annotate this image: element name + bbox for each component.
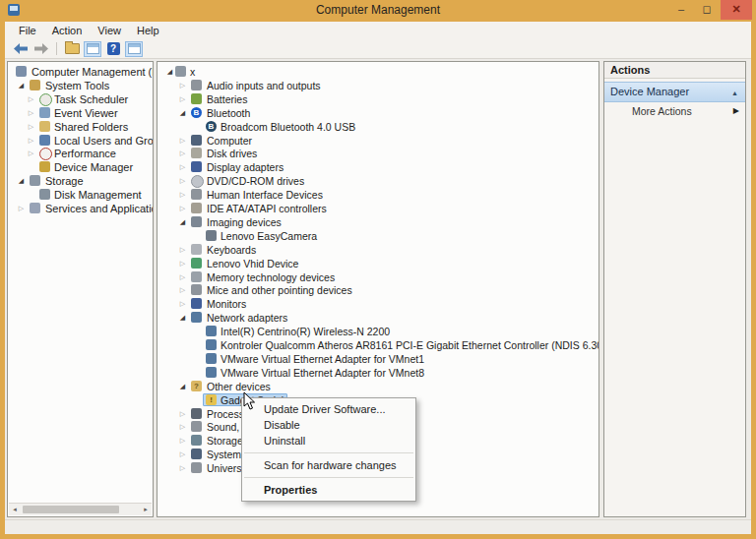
expand-arrow-icon[interactable]: ▶ xyxy=(733,102,739,120)
forward-icon[interactable] xyxy=(32,41,50,57)
device-tree-item-vmware-virtual-ethernet-adapter-for-vmne[interactable]: VMware Virtual Ethernet Adapter for VMne… xyxy=(158,352,598,366)
collapsed-arrow-icon[interactable]: ▷ xyxy=(27,148,35,159)
device-tree-item-imaging-devices[interactable]: ◢Imaging devices xyxy=(158,215,598,229)
tree-item-label: Performance xyxy=(54,147,116,160)
expanded-arrow-icon[interactable]: ◢ xyxy=(178,107,187,119)
context-menu-item-properties[interactable]: Properties xyxy=(242,482,415,498)
collapsed-arrow-icon[interactable]: ▷ xyxy=(178,421,187,433)
menu-view[interactable]: View xyxy=(90,25,129,36)
device-tree-item-batteries[interactable]: ▷Batteries xyxy=(158,92,598,106)
collapsed-arrow-icon[interactable]: ▷ xyxy=(178,203,187,214)
console-tree-item-storage[interactable]: ◢Storage xyxy=(8,174,153,188)
console-tree-item-event-viewer[interactable]: ▷Event Viewer xyxy=(8,106,153,120)
console-tree-toggle-icon[interactable] xyxy=(63,41,81,57)
menu-action[interactable]: Action xyxy=(44,25,91,36)
collapse-arrow-icon[interactable]: ▲ xyxy=(731,84,738,102)
console-tree-item-device-manager[interactable]: Device Manager xyxy=(8,160,153,174)
console-tree-item-shared-folders[interactable]: ▷Shared Folders xyxy=(8,120,153,134)
collapsed-arrow-icon[interactable]: ▷ xyxy=(27,107,35,119)
context-menu-item-update-driver-software[interactable]: Update Driver Software... xyxy=(242,401,415,417)
device-tree-item-disk-drives[interactable]: ▷Disk drives xyxy=(158,147,598,160)
device-tree-item-ide-ata-atapi-controllers[interactable]: ▷IDE ATA/ATAPI controllers xyxy=(158,202,598,215)
device-tree-item-audio-inputs-and-outputs[interactable]: ▷Audio inputs and outputs xyxy=(158,79,598,92)
device-tree-item-computer[interactable]: ▷Computer xyxy=(158,134,598,148)
help-icon[interactable]: ? xyxy=(104,41,122,57)
expanded-arrow-icon[interactable]: ◢ xyxy=(178,312,187,324)
collapsed-arrow-icon[interactable]: ▷ xyxy=(178,408,187,420)
device-tree-item-kontroler-qualcomm-atheros-ar8161-pci-e-[interactable]: Kontroler Qualcomm Atheros AR8161 PCI-E … xyxy=(158,338,598,352)
collapsed-arrow-icon[interactable]: ▷ xyxy=(178,161,187,173)
device-tree-item-dvd-cd-rom-drives[interactable]: ▷DVD/CD-ROM drives xyxy=(158,174,598,188)
device-tree-item-keyboards[interactable]: ▷Keyboards xyxy=(158,243,598,257)
actions-group-device-manager[interactable]: Device Manager ▲ xyxy=(604,82,745,102)
action-pane-window-icon[interactable] xyxy=(125,41,143,57)
scroll-left-icon[interactable]: ◂ xyxy=(9,504,21,515)
collapsed-arrow-icon[interactable]: ▷ xyxy=(178,244,187,256)
expanded-arrow-icon[interactable]: ◢ xyxy=(17,80,26,91)
collapsed-arrow-icon[interactable]: ▷ xyxy=(178,271,187,283)
device-tree-item-other-devices[interactable]: ◢?Other devices xyxy=(158,380,598,393)
console-tree-panel: Computer Management (Local)◢System Tools… xyxy=(7,61,154,517)
context-menu-item-disable[interactable]: Disable xyxy=(242,417,415,433)
menu-file[interactable]: File xyxy=(11,25,44,36)
battery-icon xyxy=(191,93,202,104)
console-tree-item-system-tools[interactable]: ◢System Tools xyxy=(8,79,153,92)
device-tree-item-lenovo-vhid-device[interactable]: ▷Lenovo Vhid Device xyxy=(158,257,598,270)
collapsed-arrow-icon[interactable]: ▷ xyxy=(178,435,187,447)
horizontal-scrollbar[interactable]: ◂ ▸ xyxy=(9,503,152,515)
device-tree-item-intel-r-centrino-r-wireless-n-2200[interactable]: Intel(R) Centrino(R) Wireless-N 2200 xyxy=(158,325,598,338)
minimize-button[interactable]: – xyxy=(669,0,693,20)
context-menu-item-uninstall[interactable]: Uninstall xyxy=(242,433,415,449)
back-icon[interactable] xyxy=(12,41,30,57)
device-tree-item-x[interactable]: ◢x xyxy=(158,65,598,79)
device-tree-item-lenovo-easycamera[interactable]: Lenovo EasyCamera xyxy=(158,229,598,243)
console-tree-item-computer-management-local[interactable]: Computer Management (Local) xyxy=(8,65,153,79)
menu-help[interactable]: Help xyxy=(129,25,167,36)
device-tree-item-vmware-virtual-ethernet-adapter-for-vmne[interactable]: VMware Virtual Ethernet Adapter for VMne… xyxy=(158,366,598,380)
console-tree-item-services-and-applications[interactable]: ▷Services and Applications xyxy=(8,202,153,215)
more-actions[interactable]: More Actions ▶ xyxy=(604,102,745,120)
expanded-arrow-icon[interactable]: ◢ xyxy=(178,216,187,228)
collapsed-arrow-icon[interactable]: ▷ xyxy=(178,175,187,187)
device-tree-item-bluetooth[interactable]: ◢BBluetooth xyxy=(158,106,598,120)
device-tree-item-human-interface-devices[interactable]: ▷Human Interface Devices xyxy=(158,188,598,202)
collapsed-arrow-icon[interactable]: ▷ xyxy=(27,135,35,147)
standard-window-icon[interactable] xyxy=(84,41,101,57)
maximize-button[interactable]: ◻ xyxy=(695,0,719,20)
expanded-arrow-icon[interactable]: ◢ xyxy=(165,66,174,78)
device-tree-item-monitors[interactable]: ▷Monitors xyxy=(158,297,598,311)
device-tree-item-mice-and-other-pointing-devices[interactable]: ▷Mice and other pointing devices xyxy=(158,283,598,297)
collapsed-arrow-icon[interactable]: ▷ xyxy=(178,284,187,296)
console-tree-item-performance[interactable]: ▷Performance xyxy=(8,147,153,160)
collapsed-arrow-icon[interactable]: ▷ xyxy=(178,93,187,105)
collapsed-arrow-icon[interactable]: ▷ xyxy=(178,258,187,270)
expanded-arrow-icon[interactable]: ◢ xyxy=(17,175,26,187)
scroll-right-icon[interactable]: ▸ xyxy=(140,504,152,515)
console-tree-item-task-scheduler[interactable]: ▷Task Scheduler xyxy=(8,92,153,106)
collapsed-arrow-icon[interactable]: ▷ xyxy=(178,189,187,201)
close-button[interactable]: ✕ xyxy=(721,0,752,20)
sound-icon xyxy=(191,421,202,432)
device-tree-item-memory-technology-devices[interactable]: ▷Memory technology devices xyxy=(158,270,598,284)
tree-item-label: Intel(R) Centrino(R) Wireless-N 2200 xyxy=(220,325,390,338)
scrollbar-thumb[interactable] xyxy=(23,506,119,513)
context-menu-item-scan-for-hardware-changes[interactable]: Scan for hardware changes xyxy=(242,457,415,473)
collapsed-arrow-icon[interactable]: ▷ xyxy=(178,449,187,460)
console-tree-item-disk-management[interactable]: Disk Management xyxy=(8,188,153,202)
device-tree-item-display-adapters[interactable]: ▷Display adapters xyxy=(158,160,598,174)
collapsed-arrow-icon[interactable]: ▷ xyxy=(178,148,187,159)
collapsed-arrow-icon[interactable]: ▷ xyxy=(178,462,187,474)
actions-panel: Actions Device Manager ▲ More Actions ▶ xyxy=(603,61,746,517)
shared-folders-icon xyxy=(39,121,50,132)
storage-controller-icon xyxy=(191,435,202,446)
collapsed-arrow-icon[interactable]: ▷ xyxy=(27,93,35,105)
expanded-arrow-icon[interactable]: ◢ xyxy=(178,381,187,392)
device-tree-item-broadcom-bluetooth-4-0-usb[interactable]: BBroadcom Bluetooth 4.0 USB xyxy=(158,120,598,134)
collapsed-arrow-icon[interactable]: ▷ xyxy=(178,135,187,147)
collapsed-arrow-icon[interactable]: ▷ xyxy=(178,298,187,310)
console-tree-item-local-users-and-groups[interactable]: ▷Local Users and Groups xyxy=(8,134,153,148)
device-tree-item-network-adapters[interactable]: ◢Network adapters xyxy=(158,311,598,325)
collapsed-arrow-icon[interactable]: ▷ xyxy=(17,203,26,214)
collapsed-arrow-icon[interactable]: ▷ xyxy=(178,80,187,91)
collapsed-arrow-icon[interactable]: ▷ xyxy=(27,121,35,133)
